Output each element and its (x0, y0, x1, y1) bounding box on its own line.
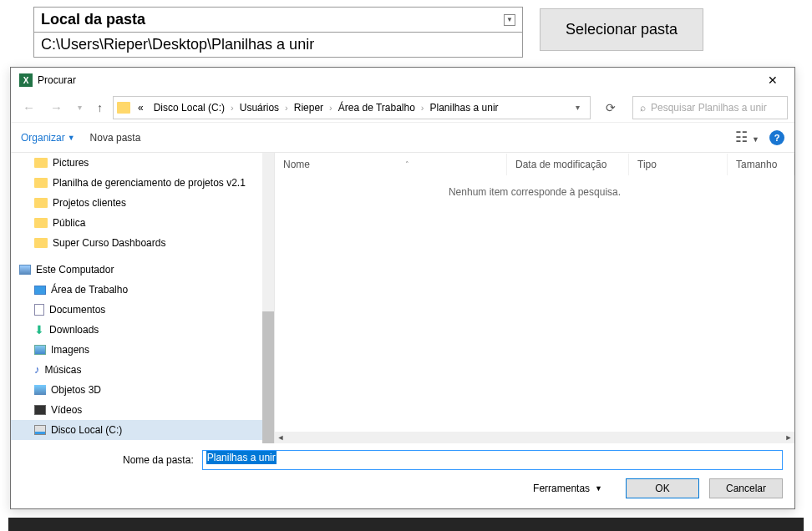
tools-button[interactable]: Ferramentas ▼ (533, 483, 602, 494)
video-icon (34, 405, 46, 415)
organize-button[interactable]: Organizar ▼ (21, 132, 75, 144)
download-icon: ⬇ (34, 325, 44, 335)
tree-label: Pictures (53, 157, 89, 169)
chevron-right-icon: › (285, 103, 288, 113)
forward-icon[interactable]: → (45, 97, 68, 118)
search-input[interactable]: ⌕ Pesquisar Planilhas a unir (632, 96, 788, 119)
image-icon (34, 345, 46, 355)
empty-message: Nenhum item corresponde à pesquisa. (275, 186, 794, 198)
chevron-down-icon[interactable]: ▾ (569, 99, 586, 115)
chevron-down-icon[interactable]: ▼ (504, 14, 515, 26)
title-bar: X Procurar ✕ (11, 68, 794, 93)
tree-label: Projetos clientes (53, 197, 126, 209)
breadcrumb-item[interactable]: Área de Trabalho (334, 100, 419, 115)
search-icon: ⌕ (640, 102, 646, 114)
view-options-icon[interactable]: ☷ ▼ (735, 129, 759, 146)
tree-pane: Pictures Planilha de gerenciamento de pr… (11, 153, 275, 443)
tree-label: Documentos (49, 304, 105, 316)
search-placeholder: Pesquisar Planilhas a unir (651, 102, 767, 114)
tree-label: Super Curso Dashboards (53, 237, 165, 249)
folder-name-value: Planilhas a unir (206, 451, 277, 464)
tree-folder[interactable]: Pictures (11, 153, 262, 173)
breadcrumb-item[interactable]: Rieper (290, 100, 327, 115)
tree-folder[interactable]: Planilha de gerenciamento de projetos v2… (11, 173, 262, 193)
scroll-left-icon[interactable]: ◄ (275, 432, 287, 443)
nav-row: ← → ▾ ↑ « Disco Local (C:)› Usuários› Ri… (11, 93, 794, 123)
select-folder-button[interactable]: Selecionar pasta (540, 8, 703, 51)
tree-music[interactable]: ♪Músicas (11, 360, 262, 380)
list-h-scrollbar[interactable]: ◄ ► (275, 432, 794, 443)
folder-icon (34, 158, 48, 168)
column-modified[interactable]: Data de modificação (507, 154, 629, 175)
tree-scrollbar[interactable] (262, 153, 274, 443)
desktop-icon (34, 286, 46, 295)
chevron-right-icon: › (231, 103, 234, 113)
breadcrumb-item[interactable]: Planilhas a unir (426, 100, 503, 115)
scroll-track[interactable] (287, 432, 783, 443)
toolbar: Organizar ▼ Nova pasta ☷ ▼ ? (11, 123, 794, 153)
tree-downloads[interactable]: ⬇Downloads (11, 320, 262, 340)
tree-scroll-thumb[interactable] (262, 311, 274, 443)
up-icon[interactable]: ↑ (92, 98, 108, 118)
folder-icon (34, 198, 48, 208)
column-name[interactable]: Nome ˄ (275, 154, 507, 175)
refresh-icon[interactable]: ⟳ (599, 96, 622, 119)
tree-documents[interactable]: Documentos (11, 300, 262, 320)
torn-edge-decoration (8, 518, 804, 531)
chevron-right-icon: › (421, 103, 424, 113)
button-row: Ferramentas ▼ OK Cancelar (23, 478, 783, 498)
tree-folder[interactable]: Pública (11, 213, 262, 233)
recent-chevron-icon[interactable]: ▾ (73, 99, 87, 115)
ok-button[interactable]: OK (626, 478, 699, 498)
disk-icon (34, 425, 46, 435)
tree-label: Imagens (51, 344, 89, 356)
body: Pictures Planilha de gerenciamento de pr… (11, 153, 794, 443)
new-folder-button[interactable]: Nova pasta (90, 132, 141, 144)
list-pane: Nome ˄ Data de modificação Tipo Tamanho … (275, 153, 794, 443)
sort-indicator-icon: ˄ (405, 160, 409, 169)
chevron-down-icon: ▼ (595, 484, 602, 493)
tree-3d-objects[interactable]: Objetos 3D (11, 380, 262, 400)
column-size[interactable]: Tamanho (728, 154, 794, 175)
folder-name-label: Nome da pasta: (123, 454, 194, 466)
music-icon: ♪ (34, 365, 40, 375)
breadcrumb-item[interactable]: Usuários (236, 100, 283, 115)
cell-header[interactable]: Local da pasta ▼ (34, 8, 522, 33)
footer: Nome da pasta: Planilhas a unir Ferramen… (11, 443, 794, 508)
tree-this-pc[interactable]: Este Computador (11, 260, 262, 280)
tree-images[interactable]: Imagens (11, 340, 262, 360)
breadcrumb[interactable]: « Disco Local (C:)› Usuários› Rieper› Ár… (113, 96, 591, 119)
tree-label: Planilha de gerenciamento de projetos v2… (53, 177, 246, 189)
tree-folder[interactable]: Projetos clientes (11, 193, 262, 213)
folder-icon (34, 218, 48, 228)
close-icon[interactable]: ✕ (754, 68, 791, 92)
cancel-button[interactable]: Cancelar (709, 478, 783, 498)
list-header: Nome ˄ Data de modificação Tipo Tamanho (275, 153, 794, 176)
help-icon[interactable]: ? (769, 130, 784, 145)
breadcrumb-prefix[interactable]: « (134, 100, 148, 115)
tree-label: Downloads (49, 324, 99, 336)
browse-dialog: X Procurar ✕ ← → ▾ ↑ « Disco Local (C:)›… (10, 67, 795, 509)
column-type[interactable]: Tipo (629, 154, 728, 175)
path-cell-block: Local da pasta ▼ C:\Users\Rieper\Desktop… (33, 7, 523, 58)
organize-label: Organizar (21, 132, 65, 144)
folder-name-row: Nome da pasta: Planilhas a unir (23, 450, 783, 470)
tree-label: Objetos 3D (51, 384, 101, 396)
folder-icon (34, 178, 48, 188)
tree-folder[interactable]: Super Curso Dashboards (11, 233, 262, 253)
tools-label: Ferramentas (533, 483, 590, 494)
chevron-right-icon: › (329, 103, 332, 113)
folder-icon (34, 238, 48, 248)
computer-icon (19, 265, 31, 275)
excel-icon: X (19, 73, 33, 87)
cell-header-label: Local da pasta (41, 11, 145, 28)
cell-path-value[interactable]: C:\Users\Rieper\Desktop\Planilhas a unir (34, 33, 522, 57)
tree-disk-c[interactable]: Disco Local (C:) (11, 420, 262, 440)
scroll-right-icon[interactable]: ► (783, 432, 794, 443)
back-icon[interactable]: ← (18, 97, 40, 118)
breadcrumb-item[interactable]: Disco Local (C:) (150, 100, 229, 115)
tree-label: Este Computador (36, 264, 114, 276)
folder-name-input[interactable]: Planilhas a unir (202, 450, 783, 470)
tree-desktop[interactable]: Área de Trabalho (11, 280, 262, 300)
tree-videos[interactable]: Vídeos (11, 400, 262, 420)
